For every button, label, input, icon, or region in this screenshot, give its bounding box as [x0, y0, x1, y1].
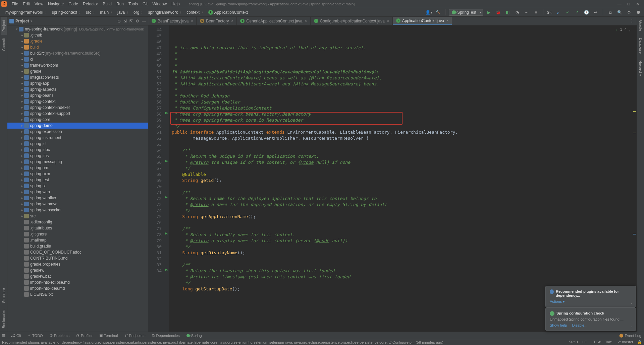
run-button[interactable]: ▶: [485, 9, 493, 16]
tree-node[interactable]: ▸src: [7, 213, 148, 219]
tool-todo[interactable]: ✓TODO: [24, 332, 46, 339]
breadcrumb-item[interactable]: springframework: [145, 9, 184, 16]
tree-node[interactable]: ▸build: [7, 44, 148, 50]
tree-node[interactable]: .gitattributes: [7, 225, 148, 231]
tree-node[interactable]: LICENSE.txt: [7, 291, 148, 297]
tree-node[interactable]: ▸spring-orm: [7, 165, 148, 171]
file-encoding[interactable]: UTF-8: [591, 340, 601, 344]
tree-node[interactable]: ▸spring-web: [7, 189, 148, 195]
tree-node[interactable]: ▸spring-websocket: [7, 207, 148, 213]
event-log-button[interactable]: Event Log: [625, 334, 641, 338]
menu-navigate[interactable]: Navigate: [46, 2, 66, 6]
breadcrumb-item[interactable]: org: [131, 9, 145, 16]
git-history-button[interactable]: 🕓: [583, 9, 590, 16]
tree-node[interactable]: ▸spring-oxm: [7, 171, 148, 177]
tool-git[interactable]: ⎇Git: [7, 332, 24, 339]
hide-panel-button[interactable]: —: [142, 19, 146, 23]
search-everywhere-button[interactable]: 🔍: [616, 9, 623, 16]
gutter-marks[interactable]: ●↓●↓●↓●↓●↓: [164, 25, 169, 332]
editor-tab[interactable]: IConfigurableApplicationContext.java×: [311, 17, 393, 25]
menu-refactor[interactable]: Refactor: [80, 2, 100, 6]
expand-all-button[interactable]: ⇲: [123, 19, 127, 23]
git-commit-button[interactable]: ✓: [564, 9, 571, 16]
tree-node[interactable]: import-into-idea.md: [7, 285, 148, 291]
profile-button[interactable]: ◔: [514, 9, 521, 16]
git-push-button[interactable]: ↗: [573, 9, 581, 16]
coverage-button[interactable]: ◧: [504, 9, 512, 16]
tree-node[interactable]: ▸spring-expression: [7, 129, 148, 135]
select-opened-file-button[interactable]: ⊙: [117, 19, 121, 23]
menu-run[interactable]: Run: [114, 2, 126, 6]
tree-node[interactable]: ▸spring-test: [7, 177, 148, 183]
tree-node[interactable]: ▸buildSrc [my-spring-framework.buildSrc]: [7, 50, 148, 56]
inspections-widget[interactable]: ✓1 ⌃⌄: [616, 27, 631, 33]
tree-node[interactable]: ▸.gradle: [7, 38, 148, 44]
chevron-down-icon[interactable]: ⌄: [630, 301, 633, 304]
tree-node[interactable]: ▸spring-core: [7, 117, 148, 123]
menu-build[interactable]: Build: [100, 2, 114, 6]
show-help-link[interactable]: Show help: [550, 323, 567, 327]
tool-windows-button[interactable]: ▥: [0, 333, 7, 338]
tree-node[interactable]: CODE_OF_CONDUCT.adoc: [7, 249, 148, 255]
tree-node[interactable]: ▸spring-instrument: [7, 135, 148, 141]
tabs-dropdown-button[interactable]: ⋮: [630, 19, 634, 23]
run-config-dropdown[interactable]: SpringTest: [449, 9, 483, 16]
tree-node[interactable]: import-into-eclipse.md: [7, 279, 148, 285]
breadcrumb-item[interactable]: java: [115, 9, 131, 16]
maximize-button[interactable]: □: [628, 2, 630, 6]
tree-node[interactable]: ▸spring-beans: [7, 92, 148, 98]
editor-tab[interactable]: IApplicationContext.java×: [393, 17, 452, 25]
git-rollback-button[interactable]: ↩: [592, 9, 599, 16]
tool-tab-gradle[interactable]: Gradle: [638, 17, 644, 34]
tool-tab-commit[interactable]: Commit: [1, 35, 7, 54]
menu-git[interactable]: Git: [140, 2, 150, 6]
tool-tab-bookmarks[interactable]: Bookmarks: [1, 306, 7, 332]
breadcrumb-item[interactable]: src: [83, 9, 97, 16]
tree-node[interactable]: ▸spring-context-indexer: [7, 105, 148, 111]
tree-node[interactable]: ▸spring-context: [7, 98, 148, 105]
caret-position[interactable]: 56:51: [569, 340, 579, 344]
tool-terminal[interactable]: ▣Terminal: [96, 332, 121, 339]
tree-node[interactable]: ▸spring-context-support: [7, 111, 148, 117]
status-message[interactable]: Recommended plugins available for depend…: [2, 340, 569, 344]
tool-endpoints[interactable]: ⇄Endpoints: [121, 332, 149, 339]
user-icon[interactable]: 👤▾: [425, 9, 432, 16]
tool-tab-structure[interactable]: Structure: [1, 285, 7, 306]
tree-node[interactable]: .editorconfig: [7, 219, 148, 225]
settings-button[interactable]: ⚙: [625, 9, 633, 16]
tool-spring[interactable]: Spring: [183, 332, 205, 339]
menu-tools[interactable]: Tools: [126, 2, 140, 6]
tree-node[interactable]: gradlew: [7, 267, 148, 273]
ide-errors-icon[interactable]: ⬢: [635, 9, 642, 16]
git-update-button[interactable]: ↙: [554, 9, 562, 16]
disable-link[interactable]: Disable...: [572, 323, 587, 327]
tool-tab-project[interactable]: Project: [1, 17, 7, 35]
tree-node[interactable]: ▸ci: [7, 56, 148, 62]
line-separator[interactable]: LF: [582, 340, 587, 344]
chevron-down-icon[interactable]: ⌄: [630, 324, 633, 328]
tree-node[interactable]: ▸framework-bom: [7, 62, 148, 68]
tool-dependencies[interactable]: ⧉Dependencies: [149, 332, 183, 339]
menu-code[interactable]: Code: [66, 2, 80, 6]
menu-file[interactable]: File: [9, 2, 20, 6]
breadcrumb-item[interactable]: my-spring-framework: [3, 9, 49, 16]
tree-node[interactable]: .gitignore: [7, 231, 148, 237]
line-gutter[interactable]: 4445464748495051525354555657585960616263…: [148, 25, 164, 332]
code-with-me-icon[interactable]: ⧉: [606, 9, 614, 16]
breadcrumb-item[interactable]: context: [184, 9, 206, 16]
tree-node[interactable]: ▸spring-demo: [7, 123, 148, 129]
more-run-button[interactable]: ⋯: [523, 9, 530, 16]
git-branch[interactable]: ⎇ master: [616, 340, 633, 344]
tool-tab-database[interactable]: Database: [638, 34, 644, 57]
tree-node[interactable]: CONTRIBUTING.md: [7, 255, 148, 261]
build-button[interactable]: [434, 9, 442, 16]
breadcrumb-item[interactable]: spring-context: [49, 9, 83, 16]
tree-node[interactable]: ▸spring-messaging: [7, 159, 148, 165]
menu-window[interactable]: Window: [150, 2, 169, 6]
tool-profiler[interactable]: ◔Profiler: [73, 332, 96, 339]
minimize-button[interactable]: —: [618, 2, 622, 6]
tool-tab-hierarchy[interactable]: Hierarchy: [638, 57, 644, 79]
tree-node[interactable]: build.gradle: [7, 243, 148, 249]
project-tree[interactable]: ▾ my-spring-framework [spring] D:\Java\S…: [7, 25, 148, 332]
tree-node[interactable]: ▸spring-aop: [7, 80, 148, 86]
